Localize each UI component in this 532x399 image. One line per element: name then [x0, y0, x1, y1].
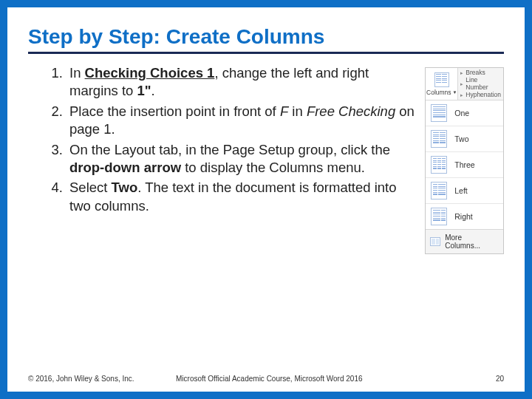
- page-setup-other: ▸Breaks▸Line Number▸Hyphenation: [458, 68, 503, 100]
- page-setup-item-label: Breaks: [466, 69, 485, 76]
- step-text: 1": [137, 83, 151, 98]
- step-item: On the Layout tab, in the Page Setup gro…: [66, 141, 419, 177]
- step-text: On the Layout tab, in the Page Setup gro…: [69, 142, 390, 157]
- step-list: In Checking Choices 1, change the left a…: [28, 64, 419, 215]
- step-text: F: [280, 103, 288, 119]
- footer-copyright: © 2016, John Wiley & Sons, Inc.: [28, 375, 134, 383]
- columns-option-three[interactable]: Three: [426, 152, 503, 178]
- steps-container: In Checking Choices 1, change the left a…: [28, 64, 425, 217]
- columns-menu: Columns ▼ ▸Breaks▸Line Number▸Hyphenatio…: [425, 67, 504, 254]
- footer-page-number: 20: [496, 375, 504, 383]
- caret-icon: ▸: [460, 92, 463, 98]
- columns-option-two[interactable]: Two: [426, 126, 503, 152]
- step-text: to display the Columns menu.: [181, 160, 365, 175]
- chevron-down-icon: ▼: [453, 90, 457, 95]
- columns-option-left[interactable]: Left: [426, 178, 503, 204]
- slide: Step by Step: Create Columns In Checking…: [0, 0, 532, 399]
- page-title: Step by Step: Create Columns: [28, 25, 504, 50]
- columns-option-label: Three: [454, 160, 474, 169]
- footer-course: Microsoft Official Academic Course, Micr…: [176, 375, 363, 383]
- columns-option-label: Right: [454, 212, 473, 221]
- column-layout-icon: [431, 156, 447, 174]
- content-row: In Checking Choices 1, change the left a…: [28, 64, 504, 254]
- caret-icon: ▸: [460, 70, 463, 76]
- step-text: Select: [69, 180, 112, 195]
- more-columns-label: More Columns...: [445, 233, 499, 250]
- column-layout-icon: [431, 130, 447, 148]
- columns-option-label: Two: [454, 134, 468, 143]
- page-setup-item-label: Line Number: [466, 77, 501, 91]
- step-item: In Checking Choices 1, change the left a…: [66, 64, 419, 100]
- page-setup-item[interactable]: ▸Breaks: [460, 69, 501, 76]
- page-setup-item[interactable]: ▸Hyphenation: [460, 92, 501, 98]
- step-text: drop-down arrow: [69, 160, 181, 175]
- title-underline: [28, 52, 504, 54]
- columns-menu-header: Columns ▼ ▸Breaks▸Line Number▸Hyphenatio…: [426, 68, 503, 100]
- columns-button-label: Columns: [426, 89, 451, 96]
- footer: © 2016, John Wiley & Sons, Inc. Microsof…: [28, 375, 504, 383]
- columns-button[interactable]: Columns ▼: [426, 68, 458, 100]
- more-columns-item[interactable]: More Columns...: [426, 229, 503, 253]
- step-text: in: [288, 103, 307, 119]
- columns-menu-items: OneTwoThreeLeftRight: [426, 100, 503, 229]
- more-columns-icon: [430, 237, 440, 246]
- columns-icon: [434, 72, 449, 87]
- page-setup-item-label: Hyphenation: [466, 92, 501, 98]
- page-setup-item[interactable]: ▸Line Number: [460, 77, 501, 91]
- columns-option-right[interactable]: Right: [426, 204, 503, 229]
- step-text: Free Checking: [307, 103, 395, 119]
- column-layout-icon: [431, 208, 447, 225]
- step-text: Place the insertion point in front of: [69, 103, 280, 119]
- columns-option-label: One: [454, 109, 469, 117]
- column-layout-icon: [431, 182, 447, 200]
- step-item: Select Two. The text in the document is …: [66, 179, 419, 215]
- columns-option-label: Left: [454, 186, 468, 195]
- step-text: In: [69, 65, 85, 81]
- step-item: Place the insertion point in front of F …: [66, 103, 419, 139]
- column-layout-icon: [431, 104, 447, 122]
- step-text: .: [151, 83, 155, 98]
- step-text: Checking Choices 1: [85, 65, 215, 81]
- columns-option-one[interactable]: One: [426, 100, 503, 126]
- caret-icon: ▸: [460, 81, 463, 87]
- step-text: Two: [112, 180, 138, 195]
